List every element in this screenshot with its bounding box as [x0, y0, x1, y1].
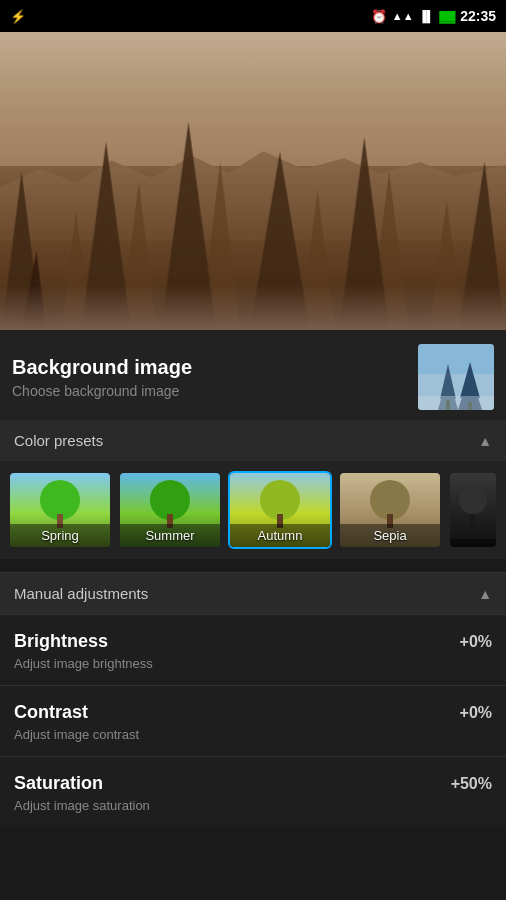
saturation-text: Saturation Adjust image saturation: [14, 773, 451, 813]
color-presets-section: Color presets ▲ Spring Summer: [0, 420, 506, 559]
status-right-icons: ⏰ ▲▲ ▐▌ ▓▓ 22:35: [371, 8, 496, 24]
color-presets-title: Color presets: [14, 432, 103, 449]
preset-summer-label: Summer: [120, 524, 220, 547]
brightness-text: Brightness Adjust image brightness: [14, 631, 460, 671]
brightness-value: +0%: [460, 633, 492, 651]
manual-adjustments-header[interactable]: Manual adjustments ▲: [0, 572, 506, 614]
contrast-text: Contrast Adjust image contrast: [14, 702, 460, 742]
hero-image: [0, 32, 506, 330]
brightness-title: Brightness: [14, 631, 460, 652]
signal-icon: ▐▌: [419, 10, 435, 22]
background-image-subtitle: Choose background image: [12, 383, 418, 399]
brightness-item[interactable]: Brightness Adjust image brightness +0%: [0, 614, 506, 685]
contrast-title: Contrast: [14, 702, 460, 723]
saturation-subtitle: Adjust image saturation: [14, 798, 451, 813]
preset-sepia-label: Sepia: [340, 524, 440, 547]
preset-dark[interactable]: [448, 471, 498, 549]
manual-adjustments-title: Manual adjustments: [14, 585, 148, 602]
battery-icon: ▓▓: [439, 10, 455, 22]
background-image-title: Background image: [12, 356, 418, 379]
status-left-icons: ⚡: [10, 9, 26, 24]
preset-spring-label: Spring: [10, 524, 110, 547]
color-presets-chevron: ▲: [478, 433, 492, 449]
color-presets-header[interactable]: Color presets ▲: [0, 420, 506, 461]
svg-rect-40: [418, 396, 494, 410]
preset-spring[interactable]: Spring: [8, 471, 112, 549]
saturation-title: Saturation: [14, 773, 451, 794]
presets-row: Spring Summer Autumn: [0, 461, 506, 559]
usb-icon: ⚡: [10, 9, 26, 24]
status-time: 22:35: [460, 8, 496, 24]
svg-point-49: [459, 486, 487, 514]
background-image-thumbnail[interactable]: [418, 344, 494, 410]
manual-adjustments-chevron: ▲: [478, 586, 492, 602]
contrast-item[interactable]: Contrast Adjust image contrast +0%: [0, 685, 506, 756]
preset-summer[interactable]: Summer: [118, 471, 222, 549]
preset-dark-label: [450, 539, 496, 547]
preset-sepia[interactable]: Sepia: [338, 471, 442, 549]
manual-adjustments-section: Manual adjustments ▲ Brightness Adjust i…: [0, 572, 506, 827]
preset-autumn[interactable]: Autumn: [228, 471, 332, 549]
contrast-value: +0%: [460, 704, 492, 722]
background-image-text: Background image Choose background image: [12, 356, 418, 399]
wifi-icon: ▲▲: [392, 10, 414, 22]
saturation-item[interactable]: Saturation Adjust image saturation +50%: [0, 756, 506, 827]
brightness-subtitle: Adjust image brightness: [14, 656, 460, 671]
alarm-icon: ⏰: [371, 9, 387, 24]
background-image-section[interactable]: Background image Choose background image: [0, 330, 506, 425]
saturation-value: +50%: [451, 775, 492, 793]
preset-autumn-label: Autumn: [230, 524, 330, 547]
contrast-subtitle: Adjust image contrast: [14, 727, 460, 742]
status-bar: ⚡ ⏰ ▲▲ ▐▌ ▓▓ 22:35: [0, 0, 506, 32]
svg-rect-50: [470, 514, 475, 528]
